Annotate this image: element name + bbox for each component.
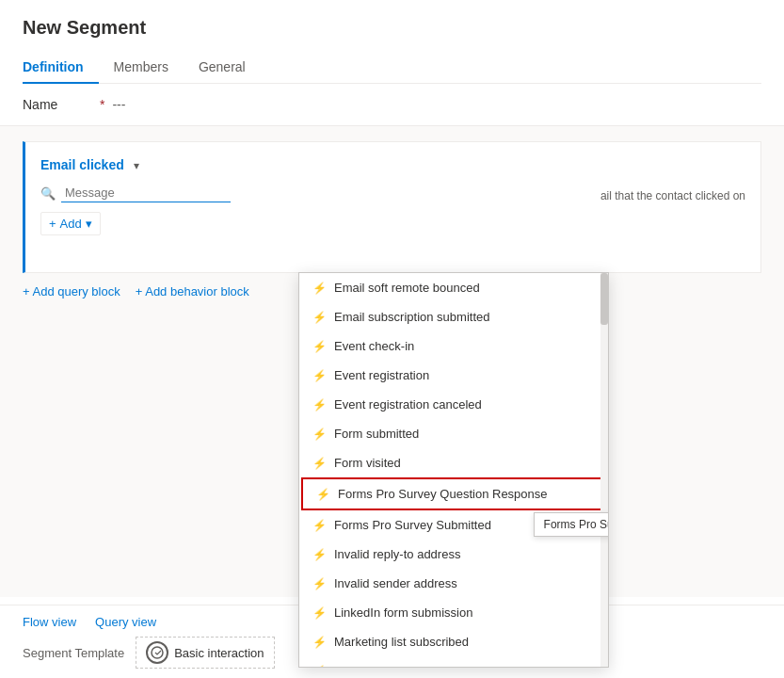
segment-template-value[interactable]: Basic interaction xyxy=(136,637,274,669)
tab-definition[interactable]: Definition xyxy=(23,52,99,84)
block-title[interactable]: Email clicked ▾ xyxy=(40,157,139,172)
forms-pro-tooltip: Forms Pro Survey Question Response xyxy=(534,512,608,537)
name-row: Name * --- xyxy=(0,84,784,126)
bolt-icon-11: ⚡ xyxy=(312,606,327,620)
bolt-icon-1: ⚡ xyxy=(312,311,327,324)
name-label: Name xyxy=(23,97,98,112)
bolt-icon-13: ⚡ xyxy=(312,665,327,669)
tab-general[interactable]: General xyxy=(184,52,261,84)
bolt-icon-3: ⚡ xyxy=(312,369,327,382)
dropdown-item-marketing-list-unsubscribed[interactable]: ⚡ Marketing list unsubscribed xyxy=(299,656,608,668)
dropdown-item-label-6: Form visited xyxy=(334,456,401,470)
dropdown-item-label-12: Marketing list subscribed xyxy=(334,635,469,649)
block-title-chevron: ▾ xyxy=(134,159,139,172)
dropdown-item-form-visited[interactable]: ⚡ Form visited xyxy=(299,448,608,477)
dropdown-item-label-3: Event registration xyxy=(334,368,429,382)
tab-members[interactable]: Members xyxy=(99,52,184,84)
dropdown-item-event-check-in[interactable]: ⚡ Event check-in xyxy=(299,331,608,361)
name-value: --- xyxy=(112,97,125,112)
dropdown-item-email-subscription-submitted[interactable]: ⚡ Email subscription submitted xyxy=(299,302,608,331)
dropdown-item-label-5: Form submitted xyxy=(334,427,419,441)
dropdown-overlay: ⚡ Email soft remote bounced ⚡ Email subs… xyxy=(298,272,609,668)
bolt-icon-6: ⚡ xyxy=(312,457,327,470)
page-header: New Segment Definition Members General xyxy=(0,0,784,84)
bolt-icon-2: ⚡ xyxy=(312,340,327,353)
interaction-icon xyxy=(146,641,168,664)
segment-block: Email clicked ▾ 🔍 + Add ▾ ail that the c… xyxy=(23,141,761,273)
dropdown-item-label-1: Email subscription submitted xyxy=(334,310,489,324)
dropdown-item-label-11: LinkedIn form submission xyxy=(334,605,472,620)
add-chevron: ▾ xyxy=(86,217,92,231)
dropdown-item-label-0: Email soft remote bounced xyxy=(334,281,480,295)
dropdown-item-label-7: Forms Pro Survey Question Response xyxy=(338,487,548,501)
add-query-block-button[interactable]: + Add query block xyxy=(23,284,120,299)
dropdown-item-invalid-reply-to-address[interactable]: ⚡ Invalid reply-to address xyxy=(299,540,608,569)
add-label: Add xyxy=(60,217,82,231)
dropdown-item-label-8: Forms Pro Survey Submitted xyxy=(334,518,491,532)
bolt-icon-4: ⚡ xyxy=(312,398,327,412)
dropdown-item-forms-pro-survey-submitted[interactable]: ⚡ Forms Pro Survey Submitted Forms Pro S… xyxy=(299,510,608,540)
bolt-icon-9: ⚡ xyxy=(312,548,327,561)
bolt-icon-5: ⚡ xyxy=(312,428,327,441)
main-content: Email clicked ▾ 🔍 + Add ▾ ail that the c… xyxy=(0,126,784,597)
bolt-icon-0: ⚡ xyxy=(312,282,327,295)
page-title: New Segment xyxy=(23,17,761,39)
dropdown-item-invalid-sender-address[interactable]: ⚡ Invalid sender address xyxy=(299,569,608,598)
template-name: Basic interaction xyxy=(174,646,264,660)
block-hint: ail that the contact clicked on xyxy=(600,189,745,202)
dropdown-item-event-registration[interactable]: ⚡ Event registration xyxy=(299,361,608,390)
dropdown-item-label-13: Marketing list unsubscribed xyxy=(334,664,483,668)
add-icon: + xyxy=(49,217,56,231)
page-container: New Segment Definition Members General N… xyxy=(0,0,784,678)
tabs-bar: Definition Members General xyxy=(23,52,761,84)
bolt-icon-12: ⚡ xyxy=(312,636,327,649)
bolt-icon-10: ⚡ xyxy=(312,577,327,590)
scrollbar-track xyxy=(600,273,608,668)
dropdown-item-label-4: Event registration canceled xyxy=(334,397,482,412)
flow-view-link[interactable]: Flow view xyxy=(23,615,76,629)
svg-point-0 xyxy=(152,647,163,658)
required-star: * xyxy=(100,97,104,112)
block-header: Email clicked ▾ xyxy=(40,157,745,172)
query-view-link[interactable]: Query view xyxy=(95,615,156,629)
scrollbar-thumb[interactable] xyxy=(600,273,608,325)
add-behavior-block-button[interactable]: + Add behavior block xyxy=(136,284,249,299)
dropdown-item-forms-pro-survey-question-response[interactable]: ⚡ Forms Pro Survey Question Response xyxy=(301,477,606,510)
dropdown-item-form-submitted[interactable]: ⚡ Form submitted xyxy=(299,419,608,448)
search-icon: 🔍 xyxy=(40,186,56,201)
dropdown-item-event-registration-canceled[interactable]: ⚡ Event registration canceled xyxy=(299,390,608,419)
bolt-icon-7: ⚡ xyxy=(316,488,330,501)
segment-template-label: Segment Template xyxy=(23,646,124,660)
dropdown-item-linkedin-form-submission[interactable]: ⚡ LinkedIn form submission xyxy=(299,598,608,627)
dropdown-item-marketing-list-subscribed[interactable]: ⚡ Marketing list subscribed xyxy=(299,627,608,656)
bolt-icon-8: ⚡ xyxy=(312,519,327,532)
add-button[interactable]: + Add ▾ xyxy=(40,212,101,235)
message-input[interactable] xyxy=(61,184,231,202)
dropdown-item-email-soft-remote-bounced[interactable]: ⚡ Email soft remote bounced xyxy=(299,273,608,302)
dropdown-item-label-10: Invalid sender address xyxy=(334,576,457,590)
dropdown-item-label-9: Invalid reply-to address xyxy=(334,547,460,561)
dropdown-scrollable: ⚡ Email soft remote bounced ⚡ Email subs… xyxy=(299,273,608,668)
dropdown-item-label-2: Event check-in xyxy=(334,339,414,353)
